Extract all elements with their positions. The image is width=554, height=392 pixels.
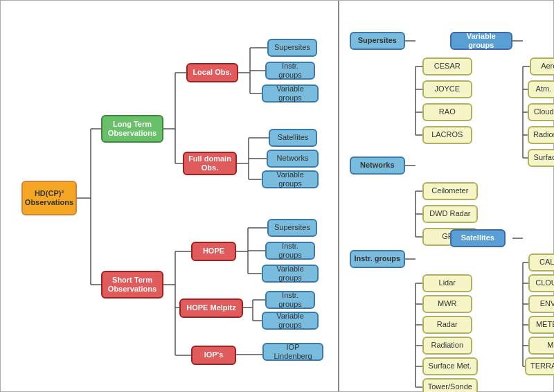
- msg-node: MSG: [528, 337, 554, 355]
- tower-sonde-node: Tower/Sonde: [422, 378, 478, 392]
- main-container: HD(CP)² Observations Long Term Observati…: [0, 0, 554, 392]
- iops-node: IOP's: [191, 346, 236, 365]
- instr-groups3-node: Instr. groups: [265, 291, 315, 309]
- mwr-node: MWR: [422, 295, 472, 313]
- satellites-header: Satellites: [450, 229, 506, 247]
- local-obs-node: Local Obs.: [186, 63, 238, 82]
- calipso-node: CALIPSO: [528, 253, 554, 271]
- left-panel: HD(CP)² Observations Long Term Observati…: [1, 1, 339, 391]
- lacros-node: LACROS: [422, 126, 472, 144]
- root-node: HD(CP)² Observations: [21, 181, 77, 215]
- radar-node: Radar: [422, 316, 472, 334]
- cesar-node: CESAR: [422, 57, 472, 75]
- satellites1-node: Satellites: [269, 129, 317, 147]
- cloudsat-node: CLOUDSAT: [528, 274, 554, 292]
- instr-groups-header: Instr. groups: [350, 250, 405, 268]
- radiation-node: Radiation: [422, 337, 472, 355]
- short-term-node: Short Term Observations: [101, 271, 163, 299]
- iop-lindenberg-node: IOP Lindenberg: [262, 343, 323, 361]
- var-groups3-node: Variable groups: [262, 265, 319, 283]
- var-groups-header: Variable groups: [450, 32, 512, 50]
- instr-groups1-node: Instr. groups: [265, 62, 315, 80]
- hope-melpitz-node: HOPE Melpitz: [179, 299, 243, 318]
- cloud-prop-node: Cloud prop.: [528, 103, 554, 121]
- instr-groups2-node: Instr. groups: [265, 242, 315, 260]
- atm-state-node: Atm. State: [528, 80, 554, 98]
- terra-aqua-node: TERRA/AQUA: [525, 357, 554, 375]
- var-groups1-node: Variable groups: [262, 84, 319, 103]
- dwd-radar-node: DWD Radar: [422, 205, 478, 223]
- long-term-node: Long Term Observations: [101, 115, 163, 143]
- aerosol-node: Aerosol: [530, 57, 554, 75]
- rao-node: RAO: [422, 103, 472, 121]
- supersites2-node: Supersites: [267, 219, 317, 237]
- lidar-node: Lidar: [422, 274, 472, 292]
- supersites1-node: Supersites: [267, 39, 317, 57]
- joyce-node: JOYCE: [422, 80, 472, 98]
- surface-met-node: Surface Met.: [422, 357, 478, 375]
- right-panel: Supersites CESAR JOYCE RAO LACROS Networ…: [339, 1, 553, 391]
- full-domain-node: Full domain Obs.: [183, 152, 237, 175]
- ceilometer-node: Ceilometer: [422, 182, 478, 200]
- var-groups2-node: Variable groups: [262, 170, 319, 188]
- networks1-node: Networks: [267, 150, 319, 168]
- meteosat-node: METEOSAT: [528, 316, 554, 334]
- radiometric-node: Radiometric: [528, 126, 554, 144]
- supersites-header: Supersites: [350, 32, 405, 50]
- hope-node: HOPE: [191, 242, 236, 261]
- var-groups4-node: Variable groups: [262, 312, 319, 330]
- envisat-node: ENVISAT: [528, 295, 554, 313]
- networks-header: Networks: [350, 157, 405, 175]
- surface-met2-node: Surface Met.: [528, 149, 554, 167]
